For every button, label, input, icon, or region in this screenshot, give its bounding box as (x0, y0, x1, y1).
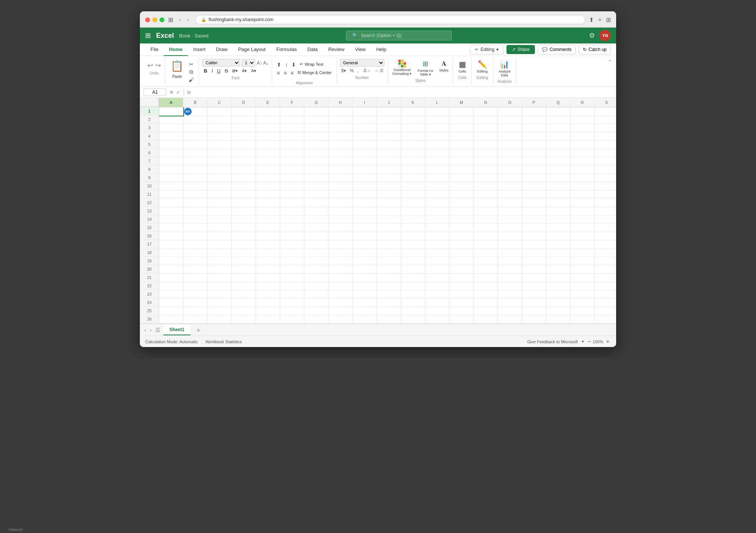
cell-J14[interactable] (377, 215, 401, 224)
cell-H17[interactable] (328, 240, 353, 249)
cell-P3[interactable] (522, 124, 546, 132)
cell-H12[interactable] (328, 199, 353, 207)
cell-H4[interactable] (328, 132, 353, 141)
cell-H26[interactable] (328, 315, 353, 324)
cell-K8[interactable] (401, 166, 425, 174)
zoom-out-button[interactable]: − (588, 338, 591, 345)
add-sheet-button[interactable]: ＋ (193, 325, 204, 335)
cell-I9[interactable] (353, 174, 377, 182)
cell-F14[interactable] (280, 215, 304, 224)
cell-P11[interactable] (522, 191, 546, 199)
cell-O21[interactable] (498, 274, 522, 282)
col-header-E[interactable]: E (256, 98, 280, 107)
cell-R9[interactable] (570, 174, 595, 182)
cell-K23[interactable] (401, 290, 425, 299)
underline-button[interactable]: U (215, 68, 222, 74)
cell-F10[interactable] (280, 182, 304, 191)
cell-A22[interactable] (159, 282, 183, 290)
cell-F11[interactable] (280, 191, 304, 199)
cut-button[interactable]: ✂ (187, 61, 195, 68)
cell-P20[interactable] (522, 265, 546, 274)
cell-F24[interactable] (280, 299, 304, 307)
cell-H7[interactable] (328, 157, 353, 166)
cell-A24[interactable] (159, 299, 183, 307)
cell-M1[interactable] (449, 107, 474, 116)
cell-O17[interactable] (498, 240, 522, 249)
cell-K5[interactable] (401, 141, 425, 149)
align-middle-button[interactable]: ↕ (284, 61, 289, 68)
cell-Q15[interactable] (546, 224, 570, 232)
cell-K20[interactable] (401, 265, 425, 274)
comments-button[interactable]: 💬 Comments (538, 45, 576, 54)
tab-file[interactable]: File (145, 43, 164, 56)
cell-D22[interactable] (232, 282, 256, 290)
cell-A18[interactable] (159, 249, 183, 257)
cell-G18[interactable] (304, 249, 328, 257)
cell-D7[interactable] (232, 157, 256, 166)
cell-A15[interactable] (159, 224, 183, 232)
cell-N18[interactable] (474, 249, 498, 257)
cell-O10[interactable] (498, 182, 522, 191)
cell-Q5[interactable] (546, 141, 570, 149)
cell-F25[interactable] (280, 307, 304, 315)
cell-Q6[interactable] (546, 149, 570, 157)
cell-F20[interactable] (280, 265, 304, 274)
cell-I2[interactable] (353, 116, 377, 124)
cell-J18[interactable] (377, 249, 401, 257)
cell-Q24[interactable] (546, 299, 570, 307)
cell-H14[interactable] (328, 215, 353, 224)
cell-G21[interactable] (304, 274, 328, 282)
comma-button[interactable]: , (356, 68, 360, 74)
cell-G2[interactable] (304, 116, 328, 124)
cell-P6[interactable] (522, 149, 546, 157)
cell-I11[interactable] (353, 191, 377, 199)
cell-A4[interactable] (159, 132, 183, 141)
cell-M11[interactable] (449, 191, 474, 199)
cell-N23[interactable] (474, 290, 498, 299)
cell-C14[interactable] (208, 215, 232, 224)
cell-F19[interactable] (280, 257, 304, 265)
cell-G20[interactable] (304, 265, 328, 274)
cell-S9[interactable] (595, 174, 616, 182)
cell-J1[interactable] (377, 107, 401, 116)
cell-M4[interactable] (449, 132, 474, 141)
cell-M12[interactable] (449, 199, 474, 207)
cell-B25[interactable] (183, 307, 208, 315)
cell-M16[interactable] (449, 232, 474, 240)
cell-C10[interactable] (208, 182, 232, 191)
cell-K1[interactable] (401, 107, 425, 116)
cell-J9[interactable] (377, 174, 401, 182)
share-browser-button[interactable]: ⬆ (589, 16, 594, 23)
row-8[interactable]: 8 (140, 165, 159, 174)
cell-D20[interactable] (232, 265, 256, 274)
cell-R15[interactable] (570, 224, 595, 232)
cell-A10[interactable] (159, 182, 183, 191)
cell-P16[interactable] (522, 232, 546, 240)
cell-E26[interactable] (256, 315, 280, 324)
row-20[interactable]: 20 (140, 265, 159, 273)
format-painter-button[interactable]: 🖌 (187, 76, 195, 83)
cell-L18[interactable] (425, 249, 449, 257)
cell-M17[interactable] (449, 240, 474, 249)
cell-F9[interactable] (280, 174, 304, 182)
cell-Q16[interactable] (546, 232, 570, 240)
col-header-F[interactable]: F (280, 98, 304, 107)
cell-L4[interactable] (425, 132, 449, 141)
search-box[interactable]: 🔍 Search (Option + Q) (346, 31, 452, 40)
cell-E25[interactable] (256, 307, 280, 315)
analyze-data-button[interactable]: 📊 AnalyzeData (496, 59, 513, 78)
cell-R4[interactable] (570, 132, 595, 141)
cell-L10[interactable] (425, 182, 449, 191)
cell-L8[interactable] (425, 166, 449, 174)
align-bottom-button[interactable]: ⬇ (290, 61, 297, 68)
row-18[interactable]: 18 (140, 248, 159, 257)
cell-D17[interactable] (232, 240, 256, 249)
cancel-formula-button[interactable]: ✕ (169, 89, 174, 95)
cell-L11[interactable] (425, 191, 449, 199)
cell-G23[interactable] (304, 290, 328, 299)
cell-P22[interactable] (522, 282, 546, 290)
cell-R2[interactable] (570, 116, 595, 124)
cell-R19[interactable] (570, 257, 595, 265)
cell-G8[interactable] (304, 166, 328, 174)
cell-P26[interactable] (522, 315, 546, 324)
